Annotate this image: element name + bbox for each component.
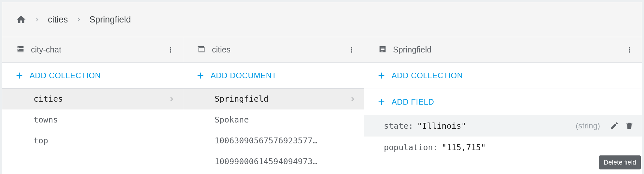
pane-collection: cities + ADD DOCUMENT Springfield Spokan…: [183, 37, 364, 174]
database-icon: [16, 45, 25, 55]
field-row-population[interactable]: population: "115,715": [364, 137, 642, 158]
home-icon[interactable]: [16, 14, 26, 25]
collection-item-cities[interactable]: cities: [2, 89, 183, 109]
field-value: "115,715": [442, 143, 486, 152]
field-type: (string): [576, 121, 600, 130]
chevron-right-icon: [34, 16, 41, 23]
trash-icon: [625, 121, 634, 130]
add-subcollection-button[interactable]: + ADD COLLECTION: [364, 63, 642, 89]
plus-icon: +: [197, 70, 204, 81]
pane-root: city-chat + ADD COLLECTION cities towns …: [2, 37, 183, 174]
field-value: "Illinois": [417, 121, 466, 131]
pane-root-title: city-chat: [31, 45, 157, 54]
document-item-label: Spokane: [215, 115, 357, 124]
document-item-label: 10063090567576923577…: [215, 136, 357, 145]
breadcrumb: cities Springfield: [2, 2, 642, 37]
document-item-springfield[interactable]: Springfield: [183, 89, 364, 109]
add-field-button[interactable]: + ADD FIELD: [364, 89, 642, 115]
collection-item-top[interactable]: top: [2, 130, 183, 151]
field-key: state: [384, 121, 408, 131]
collection-item-label: top: [34, 136, 176, 145]
delete-field-button[interactable]: [623, 119, 636, 132]
pencil-icon: [610, 121, 619, 130]
add-field-label: ADD FIELD: [392, 97, 434, 107]
chevron-right-icon: [167, 95, 176, 103]
pane-document: Springfield + ADD COLLECTION + ADD FIELD…: [364, 37, 642, 174]
more-vert-icon: [166, 46, 175, 54]
field-key: population: [384, 143, 433, 152]
collection-item-label: cities: [34, 94, 167, 104]
breadcrumb-current: Springfield: [90, 15, 131, 25]
add-collection-button[interactable]: + ADD COLLECTION: [2, 63, 183, 89]
plus-icon: +: [16, 70, 23, 81]
add-document-button[interactable]: + ADD DOCUMENT: [183, 63, 364, 89]
plus-icon: +: [378, 70, 385, 81]
pane-document-menu-button[interactable]: [622, 42, 637, 58]
add-subcollection-label: ADD COLLECTION: [392, 71, 463, 80]
document-icon: [378, 45, 387, 55]
add-document-label: ADD DOCUMENT: [211, 71, 277, 80]
document-item-spokane[interactable]: Spokane: [183, 109, 364, 130]
pane-document-title: Springfield: [393, 45, 616, 54]
more-vert-icon: [625, 46, 634, 54]
chevron-right-icon: [75, 16, 82, 23]
document-item[interactable]: 10063090567576923577…: [183, 130, 364, 151]
document-item[interactable]: 10099000614594094973…: [183, 151, 364, 172]
edit-field-button[interactable]: [608, 119, 621, 132]
collection-item-label: towns: [34, 115, 176, 124]
document-item-label: Springfield: [215, 94, 348, 104]
breadcrumb-link-cities[interactable]: cities: [48, 15, 68, 25]
plus-icon: +: [378, 96, 385, 108]
pane-collection-title: cities: [212, 45, 338, 54]
tooltip-delete-field: Delete field: [599, 155, 641, 169]
collection-icon: [197, 45, 206, 55]
svg-point-0: [18, 47, 19, 47]
more-vert-icon: [347, 46, 356, 54]
field-row-state[interactable]: state: "Illinois" (string): [364, 115, 642, 137]
collection-item-towns[interactable]: towns: [2, 109, 183, 130]
document-item-label: 10099000614594094973…: [215, 157, 357, 166]
add-collection-label: ADD COLLECTION: [30, 71, 101, 80]
pane-root-menu-button[interactable]: [163, 42, 178, 58]
chevron-right-icon: [348, 95, 357, 103]
pane-collection-menu-button[interactable]: [344, 42, 359, 58]
svg-point-1: [18, 49, 19, 50]
